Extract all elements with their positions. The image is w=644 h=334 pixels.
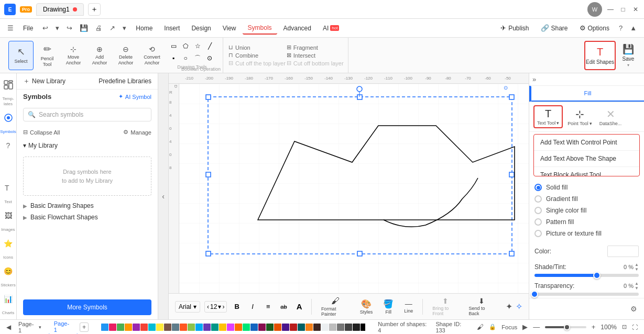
save-button[interactable]: 💾 Save ▾ xyxy=(617,41,640,70)
solid-fill-option[interactable]: Solid fill xyxy=(534,182,639,193)
menu-advanced[interactable]: Advanced xyxy=(278,23,316,34)
add-page-button[interactable]: + xyxy=(80,322,89,332)
add-text-control-item[interactable]: Add Text With Control Point xyxy=(534,135,639,151)
single-fill-option[interactable]: Single color fill xyxy=(534,205,639,216)
add-text-above-item[interactable]: Add Text Above The Shape xyxy=(534,151,639,167)
zoom-out-icon[interactable]: — xyxy=(533,323,540,331)
zoom-slider[interactable] xyxy=(545,326,586,328)
more-symbols-button[interactable]: More Symbols xyxy=(23,299,151,315)
point-tool-button[interactable]: ⊹ Point Tool ▾ xyxy=(565,106,594,128)
transparency-slider-track[interactable] xyxy=(534,293,639,296)
drawing-canvas[interactable]: ⊙ xyxy=(179,84,529,293)
play-icon[interactable]: ▶ xyxy=(522,323,528,331)
paint-icon[interactable]: 🖌 xyxy=(477,323,484,331)
collapse-panel-button[interactable]: ‹ xyxy=(158,73,169,319)
font-case-button[interactable]: A xyxy=(293,300,305,313)
sidebar-templates[interactable] xyxy=(1,77,16,92)
star-shape[interactable]: ☆ xyxy=(193,41,202,51)
fill-button[interactable]: 🪣 Fill xyxy=(380,298,397,316)
line-button[interactable]: — Line xyxy=(401,298,416,315)
collapse-all-button[interactable]: ⊟ Collapse All xyxy=(23,129,60,136)
maximize-button[interactable]: □ xyxy=(619,5,627,14)
sidebar-help[interactable]: ? xyxy=(1,138,16,153)
sidebar-charts[interactable]: 📊 xyxy=(1,292,16,306)
menu-symbols[interactable]: Symbols xyxy=(243,22,277,35)
close-button[interactable]: ✕ xyxy=(631,5,640,14)
pencil-tool-button[interactable]: ✏ PencilTool xyxy=(35,41,60,70)
search-symbols-input[interactable] xyxy=(39,111,147,118)
handle-tr[interactable] xyxy=(509,95,514,99)
ai-sparkle-icon[interactable]: ✧ xyxy=(516,302,522,311)
menu-home[interactable]: Home xyxy=(130,23,158,34)
styles-button[interactable]: 🎨 Styles xyxy=(357,298,376,316)
delete-anchor-button[interactable]: ⊖ Delete Anchor xyxy=(113,41,138,70)
shade-slider-thumb[interactable] xyxy=(593,272,601,279)
zoom-in-icon[interactable]: + xyxy=(592,323,596,331)
predefine-libraries-label[interactable]: Predefine Libraries xyxy=(99,77,151,85)
font-size-dropdown[interactable]: ▾ xyxy=(218,303,221,310)
collapse-right-button[interactable]: ▲ xyxy=(627,23,640,34)
basic-flowchart-shapes-item[interactable]: ▶ Basic Flowchart Shapes xyxy=(17,211,158,223)
handle-br[interactable] xyxy=(509,251,514,256)
picture-fill-option[interactable]: Picture or texture fill xyxy=(534,228,639,239)
align-button[interactable]: ≡ xyxy=(263,300,274,313)
menu-ai[interactable]: AI hot xyxy=(318,23,344,34)
color-swatch[interactable] xyxy=(607,246,639,257)
options-button[interactable]: ⚙ Options xyxy=(574,22,615,34)
collapse-menu-button[interactable]: ☰ xyxy=(4,23,17,34)
datasheet-tool-button[interactable]: ✕ DataShe... xyxy=(597,106,625,128)
sidebar-icons[interactable]: ⭐ xyxy=(1,236,16,251)
handle-bl[interactable] xyxy=(206,251,211,256)
bring-front-button[interactable]: ⬆ Bring to Front xyxy=(429,296,461,317)
move-anchor-button[interactable]: ⊹ MoveAnchor xyxy=(61,41,86,70)
cut-bottom-button[interactable]: ⊟ Cut off bottom layer xyxy=(287,60,344,66)
square-shape[interactable]: ▪ xyxy=(169,53,178,63)
line-shape[interactable]: ╱ xyxy=(205,41,214,51)
transparency-arrows[interactable]: ▲ ▼ xyxy=(635,281,639,291)
convert-anchor-button[interactable]: ⟲ ConvertAnchor xyxy=(139,41,165,70)
page-nav-left[interactable]: ◀ xyxy=(6,324,11,331)
sidebar-text[interactable]: T xyxy=(1,181,16,195)
cut-top-button[interactable]: ⊟ Cut off the top layer xyxy=(228,60,286,66)
union-button[interactable]: ⊔ Union xyxy=(228,44,286,51)
export-button[interactable]: ↗ xyxy=(106,23,118,34)
italic-button[interactable]: I xyxy=(247,300,258,313)
intersect-button[interactable]: ⊠ Intersect xyxy=(287,52,344,59)
menu-view[interactable]: View xyxy=(217,23,242,34)
zoom-thumb[interactable] xyxy=(564,324,570,330)
add-anchor-button[interactable]: ⊕ Add Anchor xyxy=(87,41,112,70)
circle-shape[interactable]: ○ xyxy=(181,53,190,63)
arc-shape[interactable]: ⌒ xyxy=(193,53,202,63)
fit-page-icon[interactable]: ⊡ xyxy=(622,324,627,330)
publish-button[interactable]: ✈ Publish xyxy=(495,22,534,34)
panel-settings-icon[interactable]: ⚙ xyxy=(627,303,640,315)
ai-symbol-button[interactable]: ✦ AI Symbol xyxy=(118,93,151,100)
strikethrough-button[interactable]: ab xyxy=(278,300,290,313)
user-avatar[interactable]: W xyxy=(587,2,602,17)
menu-insert[interactable]: Insert xyxy=(159,23,185,34)
font-family-select[interactable]: Arial ▾ xyxy=(175,301,200,313)
sidebar-stickers[interactable]: 😊 xyxy=(1,264,16,279)
magic-wand-icon[interactable]: ✦ xyxy=(506,302,512,311)
redo-button[interactable]: ↪ xyxy=(63,23,75,34)
font-size-decrease[interactable]: ‹ xyxy=(207,303,209,310)
rect-shape[interactable]: ▭ xyxy=(169,41,178,51)
text-tool-button[interactable]: T Text Tool ▾ xyxy=(533,105,563,128)
color-strip[interactable] xyxy=(101,322,365,332)
menu-file[interactable]: File xyxy=(18,23,38,34)
share-button[interactable]: 🔗 Share xyxy=(536,22,573,34)
new-library-label[interactable]: New Library xyxy=(32,77,66,85)
shade-slider-track[interactable] xyxy=(534,274,639,277)
fill-tab[interactable]: Fill xyxy=(531,86,644,102)
canvas-options-icon[interactable]: ⊙ xyxy=(504,85,508,91)
sidebar-symbols[interactable] xyxy=(1,110,16,125)
combine-button[interactable]: ⊓ Combine xyxy=(228,52,286,59)
document-tab[interactable]: Drawing1 xyxy=(36,3,84,16)
fragment-button[interactable]: ⊞ Fragment xyxy=(287,44,344,51)
text-block-adjust-item[interactable]: Text Block Adjust Tool xyxy=(534,167,639,176)
page-tab-active[interactable]: Page-1 xyxy=(49,319,78,335)
format-painter-button[interactable]: 🖌 Format Painter xyxy=(318,295,353,318)
eye-shape[interactable]: ⊙ xyxy=(205,53,214,63)
handle-bc[interactable] xyxy=(357,251,362,256)
zoom-level-display[interactable]: 100% xyxy=(601,324,617,331)
